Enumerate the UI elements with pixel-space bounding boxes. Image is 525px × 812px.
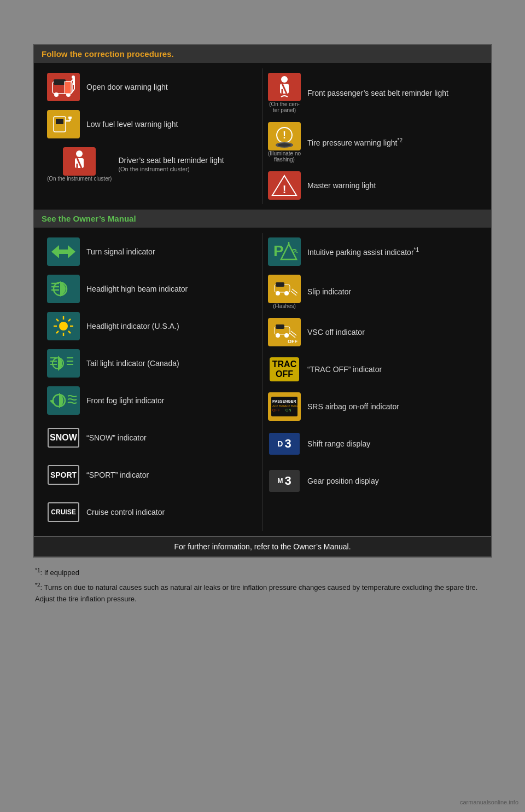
svg-point-66 [284,333,289,338]
trac-off-label: “TRAC OFF” indicator [307,364,382,374]
list-item: D 3 Shift range display [262,425,483,462]
svg-text:OFF: OFF [288,339,298,344]
front-fog-label: Front fog light indicator [86,396,164,405]
gear-position-label: Gear position display [307,476,379,486]
open-door-label: Open door warning light [86,82,168,92]
turn-signal-icon [47,237,80,266]
tire-pressure-label: Tire pressure warning light*2 [307,137,402,148]
svg-point-59 [276,291,280,295]
snow-label: “SNOW” indicator [86,433,147,443]
taillight-canada-icon [47,349,80,378]
list-item: TRACOFF “TRAC OFF” indicator [262,351,483,388]
section1-right: (On the cen-ter panel) Front passenger’s… [262,68,483,204]
master-warning-label: Master warning light [307,181,376,190]
sport-indicator-icon: SPORT [47,461,80,489]
passenger-seatbelt-icon [268,73,301,101]
svg-rect-14 [68,117,72,119]
section2-header: See the Owner’s Manual [34,210,491,228]
gear-position-icon: M 3 [268,467,301,495]
svg-text:AIR BAG: AIR BAG [284,404,298,408]
driver-seatbelt-icon [63,147,96,176]
turn-signal-label: Turn signal indicator [86,247,155,257]
shift-box: D 3 [269,433,300,455]
svg-text:!: ! [283,183,287,195]
list-item: (On the instrument cluster) Driver’s sea… [42,143,262,186]
svg-text:AIR BAG: AIR BAG [272,404,286,408]
headlight-highbeam-label: Headlight high beam indicator [86,284,188,294]
srs-airbag-icon: PASSENGER AIR BAG AIR BAG OFF ON [268,392,301,421]
snow-indicator-icon: SNOW [47,424,80,452]
low-fuel-label: Low fuel level warning light [86,119,178,129]
list-item: Tail light indicator (Canada) [42,345,262,382]
svg-point-65 [276,333,280,338]
list-item: Open door warning light [42,68,262,106]
main-card: Follow the correction procedures. [33,44,492,558]
list-item: PASSENGER AIR BAG AIR BAG OFF ON SRS air… [262,388,483,425]
list-item: Headlight high beam indicator [42,270,262,308]
svg-point-2 [54,92,59,97]
section1-left: Open door warning light [42,68,262,204]
list-item: SPORT “SPORT” indicator [42,456,262,494]
svg-rect-1 [54,79,66,85]
svg-point-35 [59,322,68,330]
srs-airbag-label: SRS airbag on-off indicator [307,402,399,411]
watermark: carmanualsonline.info [460,799,518,805]
svg-rect-64 [276,324,284,329]
taillight-canada-label: Tail light indicator (Canada) [86,358,179,368]
sport-box: SPORT [48,465,79,485]
front-fog-icon [47,386,80,415]
svg-point-8 [72,76,75,79]
low-fuel-icon [47,110,80,138]
svg-line-43 [56,331,59,333]
list-item: (On the cen-ter panel) Front passenger’s… [262,68,483,118]
footnotes: *1: If equipped *2: Turns on due to natu… [33,566,492,605]
svg-text:!: ! [283,130,286,141]
passenger-seatbelt-label: Front passenger’s seat belt reminder lig… [307,88,448,98]
parking-assist-label: Intuitive parking assist indicator*1 [307,246,419,257]
list-item: M 3 Gear position display [262,462,483,500]
bottom-bar: For further information, refer to the Ow… [34,536,491,556]
driver-seatbelt-sublabel: (On the instrument cluster) [47,176,112,182]
gear-box: M 3 [269,470,300,492]
tire-pressure-sublabel: (Illuminate noflashing) [268,150,301,163]
svg-line-41 [68,331,71,333]
slip-label: Slip indicator [307,287,351,297]
shift-range-icon: D 3 [268,430,301,458]
list-item: SNOW “SNOW” indicator [42,419,262,456]
list-item: Front fog light indicator [42,382,262,419]
svg-point-15 [76,150,83,157]
svg-rect-58 [276,282,284,287]
master-warning-icon: ! [268,171,301,200]
list-item: Turn signal indicator [42,233,262,270]
list-item: P Intuitive parking assist indicator*1 [262,233,483,270]
svg-text:ON: ON [285,408,291,412]
section2-right: P Intuitive parking assist indicator*1 [262,233,483,531]
list-item: ! (Illuminate noflashing) Tire pressure … [262,118,483,167]
cruise-label: Cruise control indicator [86,507,165,517]
trac-off-icon: TRACOFF [268,355,301,384]
headlight-usa-icon [47,312,80,340]
svg-marker-30 [62,245,75,258]
svg-point-60 [284,291,289,295]
slip-sublabel: (Flashes) [273,303,296,309]
list-item: ! Master warning light [262,167,483,204]
list-item: Low fuel level warning light [42,106,262,143]
svg-line-40 [56,319,59,321]
trac-box: TRACOFF [270,357,299,381]
cruise-control-icon: CRUISE [47,498,80,526]
sport-label: “SPORT” indicator [86,470,149,480]
vsc-off-label: VSC off indicator [307,327,365,337]
slip-indicator-icon [268,275,301,303]
snow-box: SNOW [48,428,79,448]
vsc-off-icon: OFF [268,318,301,346]
svg-text:PASSENGER: PASSENGER [272,399,296,403]
open-door-icon [47,73,80,101]
footnote1-text: : If equipped [40,569,79,577]
list-item: CRUISE Cruise control indicator [42,494,262,531]
headlight-usa-label: Headlight indicator (U.S.A.) [86,321,179,331]
svg-text:OFF: OFF [272,408,280,412]
svg-point-19 [281,76,288,83]
svg-rect-4 [65,82,71,94]
cruise-box: CRUISE [48,502,79,522]
section2-body: Turn signal indicator [34,228,491,536]
